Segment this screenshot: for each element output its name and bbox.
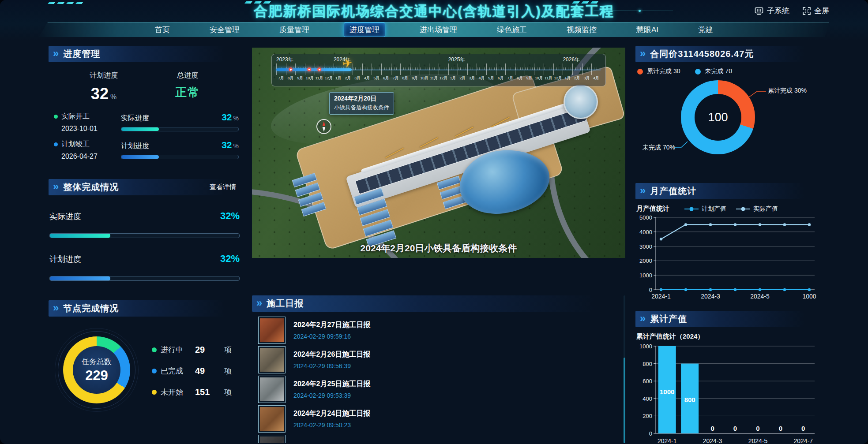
- view-details-link[interactable]: 查看详情: [210, 183, 236, 191]
- timeline-month-cell: [572, 63, 582, 75]
- task-gauge-legend: 进行中29项已完成49项未开始151项: [152, 345, 239, 397]
- main-visual: 2023年2024年2025年2026年 ✈ 7月8月9月10月11月12月1月…: [252, 48, 625, 258]
- daily-report-item[interactable]: 2024年2月27日施工日报2024-02-29 09:59:16: [252, 315, 625, 345]
- timeline-month-cell: [544, 63, 553, 75]
- daily-report-panel: » 施工日报 2024年2月27日施工日报2024-02-29 09:59:16…: [252, 295, 625, 443]
- plan-progress-label: 计划进度: [62, 71, 146, 80]
- fullscreen-button[interactable]: 全屏: [803, 6, 829, 16]
- task-legend-value: 49: [195, 366, 218, 376]
- legend-dot-icon: [152, 369, 157, 373]
- monthly-chart-title: 月产值统计: [636, 205, 669, 213]
- daily-report-scrollbar[interactable]: [624, 295, 625, 443]
- task-legend-unit: 项: [224, 345, 232, 355]
- chevron-icon: »: [53, 181, 59, 192]
- nav-item-质量管理[interactable]: 质量管理: [274, 23, 315, 37]
- svg-text:2024-5: 2024-5: [748, 437, 768, 444]
- svg-text:0: 0: [649, 430, 652, 437]
- nav-item-安全管理[interactable]: 安全管理: [204, 23, 245, 37]
- circular-plaza: [564, 85, 598, 119]
- daily-report-text: 2024年2月24日施工日报2024-02-29 09:50:23: [293, 409, 370, 429]
- monthly-output-title: 月产值统计: [650, 185, 696, 197]
- timeline-month-label: 7月: [391, 76, 401, 83]
- nav-item-进出场管理[interactable]: 进出场管理: [414, 23, 462, 37]
- daily-report-item[interactable]: 2024年2月26日施工日报2024-02-29 09:56:39: [252, 345, 625, 374]
- timeline-month-label: 5月: [372, 76, 381, 83]
- subsystem-button[interactable]: 子系统: [755, 6, 789, 16]
- svg-text:3000: 3000: [639, 243, 652, 250]
- task-legend-row: 进行中29项: [152, 345, 239, 355]
- timeline-band: ✈: [276, 63, 601, 75]
- nav-item-视频监控[interactable]: 视频监控: [561, 23, 602, 37]
- callout-text: 小铁具备盾构接收条件: [334, 104, 389, 112]
- plan-progress-bar-unit: %: [233, 142, 239, 149]
- green-dot-icon: [54, 115, 58, 119]
- nav-item-慧眼AI[interactable]: 慧眼AI: [631, 23, 664, 37]
- task-legend-unit: 项: [224, 366, 232, 376]
- contract-legend: 累计完成 30未完成 70: [637, 67, 820, 75]
- nav-item-党建[interactable]: 党建: [693, 23, 718, 37]
- svg-text:2024-5: 2024-5: [750, 293, 770, 300]
- daily-report-item[interactable]: [252, 433, 625, 443]
- blue-dot-icon: [54, 142, 58, 146]
- total-progress-stat: 总进度 正常: [146, 71, 229, 103]
- left-column: » 进度管理 计划进度 32% 总进度 正常 实际开工 2023-10-01: [49, 46, 240, 412]
- timeline-month-cell: [410, 63, 420, 75]
- task-legend-value: 29: [195, 345, 218, 355]
- main-nav: 首页安全管理质量管理进度管理进出场管理绿色施工视频监控慧眼AI党建: [39, 22, 829, 37]
- timeline-month-cell: [400, 63, 410, 75]
- overall-actual-label: 实际进度: [49, 211, 81, 222]
- timeline-month-cell: [458, 63, 467, 75]
- daily-report-title: 施工日报: [267, 298, 304, 310]
- svg-text:2024-3: 2024-3: [701, 293, 720, 300]
- timeline-month-label: 10月: [420, 76, 429, 83]
- task-total-value: 229: [85, 368, 108, 384]
- nav-item-绿色施工[interactable]: 绿色施工: [492, 23, 532, 37]
- overall-actual-value: 32%: [220, 210, 240, 222]
- daily-report-item-title: 2024年2月25日施工日报: [293, 380, 370, 389]
- timeline-month-label: 12月: [553, 76, 563, 83]
- contract-legend-item: 未完成 70: [695, 67, 732, 75]
- overall-plan-value: 32%: [220, 253, 240, 265]
- svg-text:2024-1: 2024-1: [658, 437, 677, 444]
- daily-report-item[interactable]: 2024年2月25日施工日报2024-02-29 09:53:39: [252, 374, 625, 404]
- donut-label-complete: 累计完成 30%: [768, 87, 807, 95]
- timeline-month-cell: [372, 63, 381, 75]
- task-legend-label: 已完成: [161, 366, 195, 376]
- timeline-month-label: 5月: [486, 76, 496, 83]
- header-controls: 子系统 全屏: [755, 6, 829, 16]
- nav-item-首页[interactable]: 首页: [150, 23, 175, 37]
- nodes-panel-header: » 节点完成情况: [49, 300, 240, 317]
- task-gauge: 任务总数 229: [55, 328, 139, 412]
- svg-text:0: 0: [801, 425, 805, 432]
- svg-text:2024-3: 2024-3: [703, 437, 722, 444]
- daily-report-thumbnail: [258, 346, 286, 373]
- svg-text:1000: 1000: [802, 293, 816, 300]
- overall-plan-bar: [49, 276, 240, 281]
- svg-text:0: 0: [756, 425, 759, 432]
- nav-item-进度管理[interactable]: 进度管理: [344, 22, 385, 37]
- daily-report-list: 2024年2月27日施工日报2024-02-29 09:59:162024年2月…: [252, 315, 625, 443]
- progress-stats: 计划进度 32% 总进度 正常: [49, 62, 240, 106]
- timeline-month-label: 12月: [324, 76, 334, 83]
- timeline-month-label: 12月: [439, 76, 448, 83]
- timeline-month-label: 4月: [477, 76, 486, 83]
- timeline-month-label: 1月: [448, 76, 458, 83]
- plan-progress-unit: %: [110, 93, 116, 101]
- svg-text:1000: 1000: [639, 272, 652, 279]
- legend-label: 实际产值: [753, 205, 778, 213]
- timeline-month-label: 11月: [315, 76, 324, 83]
- timeline-month-label: 1月: [334, 76, 343, 83]
- svg-text:0: 0: [710, 425, 714, 432]
- cumulative-output-title: 累计产值: [650, 313, 687, 325]
- svg-text:400: 400: [643, 395, 652, 402]
- progress-panel-title: 进度管理: [63, 48, 100, 60]
- nodes-panel: » 节点完成情况 任务总数 229 进行中29项已完成49项未开始151项: [49, 300, 240, 412]
- timeline-month-label: 10月: [305, 76, 315, 83]
- timeline-month-cell: [505, 63, 515, 75]
- middle-column: 2023年2024年2025年2026年 ✈ 7月8月9月10月11月12月1月…: [252, 48, 625, 443]
- timeline-month-cell: [496, 63, 506, 75]
- daily-report-item-time: 2024-02-29 09:59:16: [293, 333, 370, 340]
- daily-report-text: 2024年2月25日施工日报2024-02-29 09:53:39: [293, 380, 370, 399]
- contract-legend-label: 未完成 70: [705, 67, 732, 75]
- daily-report-item[interactable]: 2024年2月24日施工日报2024-02-29 09:50:23: [252, 404, 625, 433]
